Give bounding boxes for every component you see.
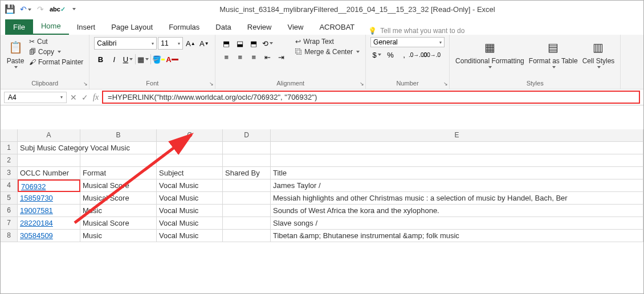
merge-center-button[interactable]: ⿻Merge & Center [294,47,361,56]
format-as-table-button[interactable]: ▤ Format as Table [528,37,579,70]
spellcheck-button[interactable]: abc✓ [50,6,66,13]
cell-e2[interactable] [271,154,643,167]
redo-button[interactable]: ↷ [37,5,44,14]
cell-d5[interactable] [223,192,271,205]
row-head-6[interactable]: 6 [1,205,18,217]
cell-c2[interactable] [157,154,223,167]
tab-formulas[interactable]: Formulas [161,19,207,35]
tab-page-layout[interactable]: Page Layout [103,19,161,35]
col-head-a[interactable]: A [18,129,80,142]
cell-a2[interactable] [18,154,80,167]
grow-font-button[interactable]: A▲ [184,37,197,50]
decrease-decimal-button[interactable]: .00→.0 [425,48,438,61]
col-head-b[interactable]: B [80,129,157,142]
row-head-3[interactable]: 3 [1,167,18,179]
align-middle-button[interactable]: ⬓ [234,37,246,50]
cell-c8[interactable]: Vocal Music [157,230,223,242]
cell-c5[interactable]: Vocal Music [157,192,223,205]
clipboard-launcher-icon[interactable]: ↘ [83,81,88,87]
wrap-text-button[interactable]: ↩Wrap Text [294,37,361,46]
align-right-button[interactable]: ≡ [247,51,260,63]
cell-c7[interactable]: Vocal Music [157,217,223,230]
col-head-c[interactable]: C [157,129,223,142]
alignment-launcher-icon[interactable]: ↘ [360,81,364,87]
shrink-font-button[interactable]: A▼ [198,37,210,50]
tell-me-search[interactable]: 💡 Tell me what you want to do [368,27,464,35]
row-head-1[interactable]: 1 [1,142,18,154]
tab-acrobat[interactable]: ACROBAT [311,19,362,35]
tab-insert[interactable]: Insert [69,19,104,35]
cell-b8[interactable]: Music [80,230,157,242]
cell-c3[interactable]: Subject [157,167,223,179]
name-box[interactable]: A4▾ [4,92,67,103]
cell-b1[interactable] [80,142,157,154]
cell-c6[interactable]: Vocal Music [157,205,223,217]
save-icon[interactable]: 💾 [5,5,14,14]
tab-review[interactable]: Review [239,19,280,35]
cell-b4[interactable]: Musical Score [80,179,157,192]
tab-data[interactable]: Data [207,19,239,35]
fill-color-button[interactable]: 🪣 [152,53,165,66]
col-head-e[interactable]: E [271,129,643,142]
accounting-format-button[interactable]: $ [370,48,383,61]
row-head-5[interactable]: 5 [1,192,18,205]
align-left-button[interactable]: ≡ [220,51,233,63]
font-color-button[interactable]: A [166,53,178,66]
cell-b6[interactable]: Music [80,205,157,217]
orientation-button[interactable]: ⟲ [261,37,274,50]
cancel-icon[interactable]: ✕ [70,93,77,102]
cell-a8[interactable]: 30584509 [18,230,80,242]
row-head-2[interactable]: 2 [1,154,18,167]
cell-c1[interactable] [157,142,223,154]
format-painter-button[interactable]: 🖌Format Painter [28,58,84,67]
number-format-select[interactable]: General▾ [370,37,445,47]
cell-e5[interactable]: Messiah highlights and other Christmas m… [271,192,643,205]
formula-input[interactable]: =HYPERLINK("http://www.worldcat.org/oclc… [102,91,640,104]
cell-e6[interactable]: Sounds of West Africa the kora and the x… [271,205,643,217]
row-head-8[interactable]: 8 [1,230,18,242]
select-all-corner[interactable] [1,129,18,142]
cell-a7[interactable]: 28220184 [18,217,80,230]
cell-b5[interactable]: Musical Score [80,192,157,205]
cell-d8[interactable] [223,230,271,242]
cell-d7[interactable] [223,217,271,230]
cut-button[interactable]: ✂Cut [28,37,84,46]
row-head-7[interactable]: 7 [1,217,18,230]
increase-indent-button[interactable]: ⇥ [275,51,287,63]
cell-d3[interactable]: Shared By [223,167,271,179]
cell-d1[interactable] [223,142,271,154]
cell-b2[interactable] [80,154,157,167]
tab-file[interactable]: File [5,19,33,35]
cell-d2[interactable] [223,154,271,167]
underline-button[interactable]: U [121,53,134,66]
fx-icon[interactable]: fx [93,93,99,102]
cell-e1[interactable] [271,142,643,154]
enter-icon[interactable]: ✓ [81,93,88,102]
percent-button[interactable]: % [384,48,397,61]
bold-button[interactable]: B [94,53,107,66]
paste-button[interactable]: 📋 Paste [5,37,26,70]
cell-a3[interactable]: OCLC Number [18,167,80,179]
copy-button[interactable]: 🗐Copy [28,47,84,56]
col-head-d[interactable]: D [223,129,271,142]
align-bottom-button[interactable]: ⬒ [247,37,260,50]
cell-e7[interactable]: Slave songs / [271,217,643,230]
number-launcher-icon[interactable]: ↘ [443,81,448,87]
conditional-formatting-button[interactable]: ▦ Conditional Formatting [454,37,525,70]
cell-e4[interactable]: James Taylor / [271,179,643,192]
tab-view[interactable]: View [279,19,311,35]
align-top-button[interactable]: ⬒ [220,37,233,50]
italic-button[interactable]: I [108,53,120,66]
decrease-indent-button[interactable]: ⇤ [261,51,274,63]
cell-d6[interactable] [223,205,271,217]
align-center-button[interactable]: ≡ [234,51,246,63]
cell-b3[interactable]: Format [80,167,157,179]
cell-styles-button[interactable]: ▥ Cell Styles [581,37,616,70]
row-head-4[interactable]: 4 [1,179,18,192]
tab-home[interactable]: Home [33,18,69,35]
cell-e3[interactable]: Title [271,167,643,179]
font-name-select[interactable]: Calibri▾ [94,37,157,50]
cell-c4[interactable]: Vocal Music [157,179,223,192]
cell-a4[interactable]: 706932 [18,179,80,192]
cell-a5[interactable]: 15859730 [18,192,80,205]
